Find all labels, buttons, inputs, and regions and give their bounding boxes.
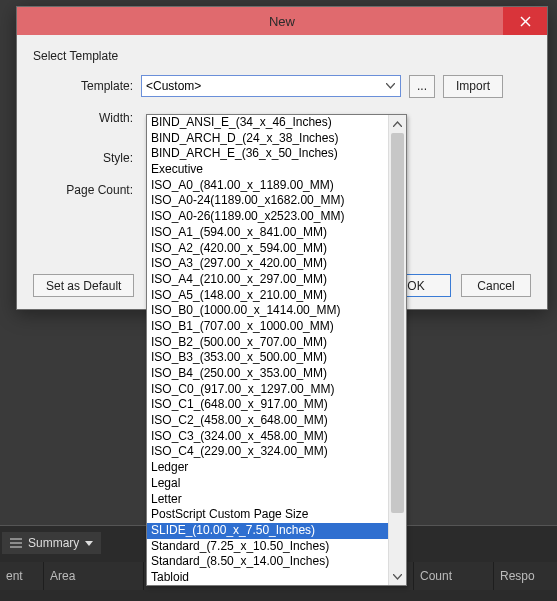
dropdown-item[interactable]: ISO_C4_(229.00_x_324.00_MM) bbox=[147, 444, 389, 460]
dropdown-item[interactable]: ISO_B3_(353.00_x_500.00_MM) bbox=[147, 350, 389, 366]
import-button[interactable]: Import bbox=[443, 75, 503, 98]
dropdown-item[interactable]: ISO_A5_(148.00_x_210.00_MM) bbox=[147, 288, 389, 304]
dropdown-item[interactable]: Legal bbox=[147, 476, 389, 492]
column-header[interactable]: Count bbox=[414, 562, 494, 590]
dropdown-item[interactable]: ISO_B0_(1000.00_x_1414.00_MM) bbox=[147, 303, 389, 319]
dropdown-item[interactable]: ISO_B2_(500.00_x_707.00_MM) bbox=[147, 335, 389, 351]
dropdown-item[interactable]: ISO_B1_(707.00_x_1000.00_MM) bbox=[147, 319, 389, 335]
dropdown-item[interactable]: Tabloid bbox=[147, 570, 389, 586]
dropdown-item[interactable]: Letter bbox=[147, 492, 389, 508]
dropdown-item[interactable]: PostScript Custom Page Size bbox=[147, 507, 389, 523]
dropdown-item[interactable]: Ledger bbox=[147, 460, 389, 476]
set-default-button[interactable]: Set as Default bbox=[33, 274, 134, 297]
list-icon bbox=[10, 538, 22, 548]
dropdown-item[interactable]: Standard_(8.50_x_14.00_Inches) bbox=[147, 554, 389, 570]
style-label: Style: bbox=[33, 151, 141, 165]
dropdown-item[interactable]: BIND_ARCH_E_(36_x_50_Inches) bbox=[147, 146, 389, 162]
caret-down-icon bbox=[85, 541, 93, 546]
dropdown-item[interactable]: Standard_(7.25_x_10.50_Inches) bbox=[147, 539, 389, 555]
browse-button[interactable]: ... bbox=[409, 75, 435, 98]
dropdown-item[interactable]: ISO_C3_(324.00_x_458.00_MM) bbox=[147, 429, 389, 445]
dropdown-item[interactable]: BIND_ARCH_D_(24_x_38_Inches) bbox=[147, 131, 389, 147]
dropdown-item[interactable]: ISO_C2_(458.00_x_648.00_MM) bbox=[147, 413, 389, 429]
dropdown-item[interactable]: ISO_A0-24(1189.00_x1682.00_MM) bbox=[147, 193, 389, 209]
scrollbar[interactable] bbox=[388, 115, 406, 585]
column-header[interactable]: ent bbox=[0, 562, 44, 590]
dropdown-item[interactable]: BIND_ANSI_E_(34_x_46_Inches) bbox=[147, 115, 389, 131]
column-header[interactable]: Area bbox=[44, 562, 144, 590]
scroll-up-icon[interactable] bbox=[389, 115, 406, 132]
dropdown-item[interactable]: ISO_A0_(841.00_x_1189.00_MM) bbox=[147, 178, 389, 194]
dropdown-item[interactable]: ISO_A3_(297.00_x_420.00_MM) bbox=[147, 256, 389, 272]
titlebar[interactable]: New bbox=[17, 7, 547, 35]
dropdown-item[interactable]: ISO_C1_(648.00_x_917.00_MM) bbox=[147, 397, 389, 413]
dropdown-item[interactable]: ISO_A0-26(1189.00_x2523.00_MM) bbox=[147, 209, 389, 225]
dropdown-item[interactable]: SLIDE_(10.00_x_7.50_Inches) bbox=[147, 523, 389, 539]
page-count-label: Page Count: bbox=[33, 183, 141, 197]
dropdown-item[interactable]: ISO_B4_(250.00_x_353.00_MM) bbox=[147, 366, 389, 382]
dialog-title: New bbox=[269, 14, 295, 29]
template-dropdown-list: BIND_ANSI_E_(34_x_46_Inches)BIND_ARCH_D_… bbox=[146, 114, 407, 586]
summary-dropdown[interactable]: Summary bbox=[2, 532, 101, 554]
template-label: Template: bbox=[33, 79, 141, 93]
dropdown-item[interactable]: ISO_A1_(594.00_x_841.00_MM) bbox=[147, 225, 389, 241]
width-label: Width: bbox=[33, 111, 141, 125]
dropdown-item[interactable]: ISO_A2_(420.00_x_594.00_MM) bbox=[147, 241, 389, 257]
cancel-button[interactable]: Cancel bbox=[461, 274, 531, 297]
scroll-thumb[interactable] bbox=[391, 133, 404, 513]
close-button[interactable] bbox=[503, 7, 547, 35]
column-header[interactable]: Respo bbox=[494, 562, 557, 590]
dropdown-item[interactable]: ISO_A4_(210.00_x_297.00_MM) bbox=[147, 272, 389, 288]
chevron-down-icon bbox=[382, 78, 398, 94]
scroll-down-icon[interactable] bbox=[389, 568, 406, 585]
dropdown-item[interactable]: ISO_C0_(917.00_x_1297.00_MM) bbox=[147, 382, 389, 398]
group-label: Select Template bbox=[33, 49, 531, 63]
dropdown-item[interactable]: Executive bbox=[147, 162, 389, 178]
summary-label: Summary bbox=[28, 536, 79, 550]
template-combobox[interactable]: <Custom> bbox=[141, 75, 401, 97]
template-value: <Custom> bbox=[146, 79, 201, 93]
close-icon bbox=[520, 16, 531, 27]
